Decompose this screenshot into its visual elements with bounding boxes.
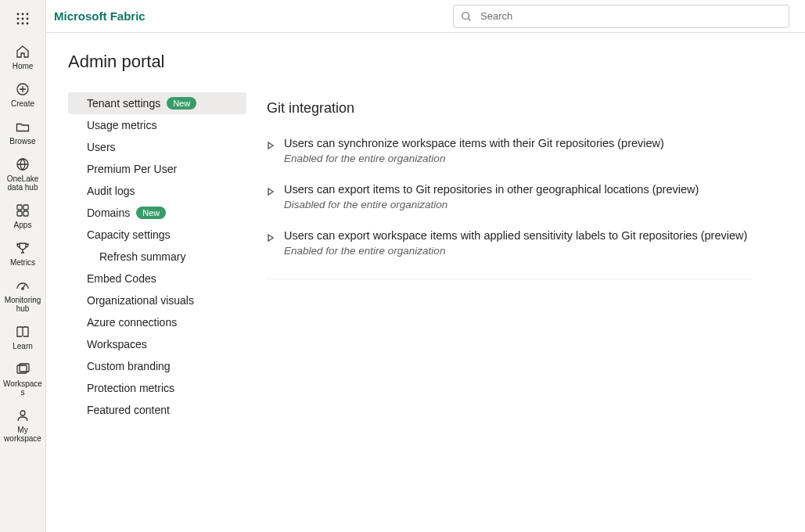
sidebar-item-label: Capacity settings [87,228,171,241]
home-icon [15,44,31,59]
setting-title[interactable]: Users can export items to Git repositori… [284,182,699,197]
global-nav: Home Create Browse OneLake data hub Apps [0,0,46,532]
search-input[interactable] [453,5,789,28]
section-title: Git integration [267,100,774,117]
svg-rect-11 [17,205,22,210]
setting-row: Users can export items to Git repositori… [267,182,752,210]
folder-icon [15,119,31,135]
nav-my-workspace[interactable]: My workspace [0,403,45,449]
svg-rect-13 [17,211,22,216]
svg-point-2 [27,13,29,16]
svg-point-6 [17,23,20,25]
setting-title[interactable]: Users can synchronize workspace items wi… [284,135,664,151]
nav-workspaces[interactable]: Workspaces [0,357,45,403]
svg-point-1 [22,13,24,16]
sidebar-item-label: Embed Codes [87,272,156,285]
nav-create[interactable]: Create [0,77,45,114]
new-badge: New [136,207,166,219]
sidebar-item-label: Workspaces [87,338,147,350]
setting-status: Enabled for the entire organization [284,245,747,257]
nav-home[interactable]: Home [0,39,45,77]
setting-text: Users can synchronize workspace items wi… [284,135,664,164]
svg-point-0 [17,13,20,16]
setting-status: Enabled for the entire organization [284,153,664,164]
sidebar-item-label: Organizational visuals [87,294,194,307]
nav-browse[interactable]: Browse [0,114,45,152]
setting-title[interactable]: Users can export workspace items with ap… [284,228,747,243]
setting-text: Users can export items to Git repositori… [284,182,699,210]
sidebar-item-label: Usage metrics [87,119,156,131]
sidebar-item-org-visuals[interactable]: Organizational visuals [68,289,246,311]
svg-point-3 [17,18,20,20]
app-launcher-button[interactable] [7,3,38,34]
nav-monitoring[interactable]: Monitoring hub [0,273,45,319]
sidebar-item-users[interactable]: Users [68,136,246,158]
main-column: Microsoft Fabric Admin portal Tenan [46,0,805,532]
sidebar-item-label: Audit logs [87,185,135,197]
setting-row: Users can export workspace items with ap… [267,228,752,257]
person-icon [15,408,31,423]
nav-apps-label: Apps [14,221,32,229]
sidebar-item-label: Domains [87,207,130,219]
new-badge: New [167,97,196,110]
sidebar-item-featured-content[interactable]: Featured content [68,399,246,421]
sidebar-item-label: Tenant settings [87,97,160,110]
nav-workspaces-label: Workspaces [2,379,44,397]
sidebar-item-label: Protection metrics [87,382,174,394]
search-wrapper [453,5,789,28]
nav-learn[interactable]: Learn [0,319,45,357]
gauge-icon [15,278,31,293]
content-area: Admin portal Tenant settings New Usage m… [46,33,805,532]
settings-list: Users can synchronize workspace items wi… [267,135,752,279]
columns: Tenant settings New Usage metrics Users … [68,92,805,532]
workspaces-icon [15,361,31,377]
sidebar-item-protection-metrics[interactable]: Protection metrics [68,377,246,399]
setting-text: Users can export workspace items with ap… [284,228,747,257]
sidebar-item-label: Custom branding [87,360,171,372]
sidebar-item-custom-branding[interactable]: Custom branding [68,355,246,377]
sidebar-item-label: Featured content [87,404,170,416]
nav-onelake[interactable]: OneLake data hub [0,152,45,198]
setting-status: Disabled for the entire organization [284,199,699,210]
search-box[interactable] [453,5,789,28]
nav-my-workspace-label: My workspace [2,426,44,443]
globe-icon [15,156,31,172]
svg-rect-12 [23,205,28,210]
nav-home-label: Home [13,62,34,70]
sidebar-item-refresh-summary[interactable]: Refresh summary [68,246,246,268]
sidebar-item-usage-metrics[interactable]: Usage metrics [68,114,246,136]
sidebar-item-tenant-settings[interactable]: Tenant settings New [68,92,246,114]
sidebar-item-label: Users [87,141,116,153]
sidebar-item-label: Premium Per User [87,163,177,175]
sidebar-item-embed-codes[interactable]: Embed Codes [68,268,246,289]
sidebar-item-audit-logs[interactable]: Audit logs [68,180,246,202]
sidebar-item-premium-per-user[interactable]: Premium Per User [68,158,246,180]
svg-point-5 [27,18,29,20]
nav-create-label: Create [11,99,34,108]
svg-point-8 [27,23,29,25]
svg-point-7 [22,23,24,25]
sidebar-item-domains[interactable]: Domains New [68,202,246,224]
product-brand[interactable]: Microsoft Fabric [54,9,146,23]
nav-onelake-label: OneLake data hub [2,174,44,192]
sidebar-item-workspaces[interactable]: Workspaces [68,333,246,355]
nav-metrics-label: Metrics [10,258,35,267]
nav-learn-label: Learn [13,342,33,350]
nav-browse-label: Browse [9,137,35,146]
disclosure-triangle-icon[interactable] [267,231,276,240]
disclosure-triangle-icon[interactable] [267,138,276,148]
nav-metrics[interactable]: Metrics [0,235,45,273]
nav-apps[interactable]: Apps [0,198,45,235]
sidebar-item-capacity-settings[interactable]: Capacity settings [68,224,246,246]
svg-rect-14 [23,211,28,216]
nav-monitoring-label: Monitoring hub [2,296,44,313]
book-icon [15,324,31,340]
waffle-icon [16,13,29,25]
page-title: Admin portal [68,52,805,72]
setting-row: Users can synchronize workspace items wi… [267,135,752,164]
page-body: Admin portal Tenant settings New Usage m… [46,33,805,532]
sidebar-item-azure-connections[interactable]: Azure connections [68,311,246,333]
trophy-icon [15,240,31,256]
disclosure-triangle-icon[interactable] [267,185,276,194]
topbar: Microsoft Fabric [46,0,805,33]
